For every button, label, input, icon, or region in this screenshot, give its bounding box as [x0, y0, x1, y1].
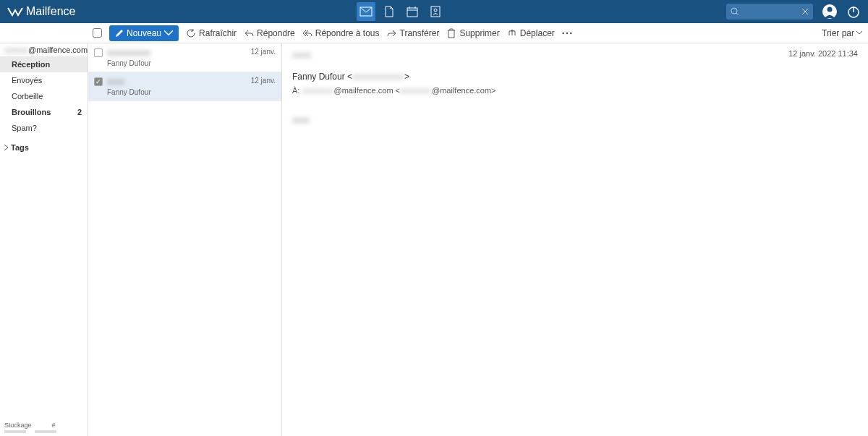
tab-contacts[interactable]: [426, 2, 445, 21]
tags-section[interactable]: Tags: [0, 139, 88, 156]
account-user-hidden: xxxxxx: [4, 46, 28, 54]
mail-from: Fanny Dufour: [107, 88, 276, 96]
move-button[interactable]: Déplacer: [507, 28, 555, 38]
svg-point-10: [570, 32, 572, 34]
tab-mail[interactable]: [357, 2, 375, 21]
mail-checkbox[interactable]: [94, 48, 103, 57]
folder-trash[interactable]: Corbeille: [0, 88, 88, 104]
pencil-icon: [115, 29, 124, 38]
svg-point-9: [566, 32, 569, 34]
clear-search-icon[interactable]: [801, 8, 809, 15]
mail-subject: xxxxxxxxxx: [107, 48, 150, 58]
app-tabs: [357, 2, 445, 21]
app-header: Mailfence: [0, 0, 868, 23]
brand-icon: [7, 5, 23, 18]
select-all-checkbox[interactable]: [93, 28, 102, 38]
reader-from: Fanny Dufour <xxxxxxxxxxxx>: [292, 72, 858, 82]
search-input[interactable]: [742, 7, 799, 16]
new-button-label: Nouveau: [127, 28, 161, 38]
storage-bar-1: [4, 430, 26, 433]
brand-logo[interactable]: Mailfence: [7, 5, 75, 18]
brand-text: Mailfence: [26, 5, 75, 18]
account-domain: @mailfence.com: [28, 46, 88, 54]
message-list: xxxxxxxxxx 12 janv. Fanny Dufour ✓ xxxx …: [88, 43, 282, 436]
tab-documents[interactable]: [380, 2, 399, 21]
reply-icon: [244, 28, 254, 38]
trash-icon: [446, 28, 456, 38]
forward-icon: [387, 28, 397, 38]
chevron-down-icon: [856, 31, 862, 35]
refresh-button[interactable]: Rafraîchir: [186, 28, 237, 38]
new-button[interactable]: Nouveau: [109, 25, 179, 41]
drafts-count: 2: [77, 108, 82, 116]
account-row[interactable]: xxxxxx@mailfence.com: [0, 43, 88, 56]
mail-icon: [359, 7, 373, 17]
search-box[interactable]: [726, 4, 813, 20]
chevron-down-icon: [164, 29, 173, 38]
reader-datetime: 12 janv. 2022 11:34: [788, 49, 858, 58]
reply-all-button[interactable]: Répondre à tous: [302, 28, 380, 38]
account-icon[interactable]: [822, 4, 838, 20]
mail-item[interactable]: ✓ xxxx 12 janv. Fanny Dufour: [88, 72, 281, 101]
more-button[interactable]: [562, 28, 572, 38]
folder-spam[interactable]: Spam?: [0, 120, 88, 136]
message-reader: xxxx 12 janv. 2022 11:34 Fanny Dufour <x…: [282, 43, 868, 436]
reply-button[interactable]: Répondre: [244, 28, 295, 38]
mail-date: 12 janv.: [251, 48, 276, 58]
mail-from: Fanny Dufour: [107, 59, 276, 67]
reader-to: À: xxxxxxxx@mailfence.com <xxxxxxxx@mail…: [292, 86, 858, 95]
reply-all-icon: [302, 28, 312, 38]
storage-indicator: Stockage #: [0, 419, 88, 436]
reader-body: xxxx: [292, 115, 858, 125]
search-icon: [731, 7, 739, 16]
mail-toolbar: Nouveau Rafraîchir Répondre Répondre à t…: [0, 23, 868, 43]
storage-bar-2: [35, 430, 56, 433]
svg-rect-1: [407, 8, 417, 17]
mail-subject: xxxx: [107, 77, 124, 87]
chevron-right-icon: [4, 145, 9, 150]
calendar-icon: [407, 6, 418, 17]
svg-point-4: [731, 8, 737, 14]
mail-checkbox[interactable]: ✓: [94, 77, 103, 86]
delete-button[interactable]: Supprimer: [446, 28, 499, 38]
reader-subject: xxxx: [292, 49, 858, 60]
forward-button[interactable]: Transférer: [387, 28, 440, 38]
more-icon: [562, 28, 572, 38]
svg-point-6: [827, 7, 833, 12]
folder-drafts[interactable]: Brouillons2: [0, 104, 88, 120]
folder-sent[interactable]: Envoyés: [0, 72, 88, 88]
folder-inbox[interactable]: Réception: [0, 56, 88, 72]
refresh-icon: [186, 28, 196, 38]
svg-point-3: [434, 9, 437, 12]
svg-point-8: [562, 32, 564, 34]
power-icon[interactable]: [846, 4, 861, 19]
mail-date: 12 janv.: [251, 77, 276, 87]
document-icon: [384, 6, 394, 17]
sort-button[interactable]: Trier par: [822, 28, 862, 38]
mail-item[interactable]: xxxxxxxxxx 12 janv. Fanny Dufour: [88, 43, 281, 72]
sidebar: xxxxxx@mailfence.com Réception Envoyés C…: [0, 43, 88, 436]
contacts-icon: [430, 6, 441, 17]
move-icon: [507, 28, 517, 38]
tab-calendar[interactable]: [403, 2, 422, 21]
